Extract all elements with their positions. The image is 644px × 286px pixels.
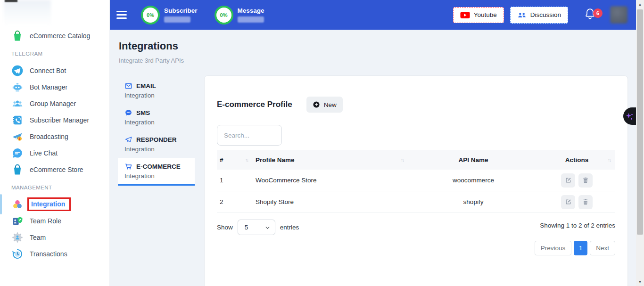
row-api-name: woocommerce: [408, 177, 538, 184]
sidebar-item-label: Broadcasting: [30, 133, 68, 140]
users-group-icon: [517, 11, 527, 19]
scrollbar-thumb[interactable]: [637, 9, 643, 235]
row-actions: [538, 173, 615, 188]
page-title: Integrations: [119, 40, 178, 52]
sidebar-item-label: eCommerce Catalog: [30, 32, 90, 40]
subnav-item-responder[interactable]: RESPONDER Integration: [118, 131, 195, 157]
page-subtitle: Integrate 3rd Party APIs: [119, 57, 184, 64]
column-header-actions[interactable]: Actions ↑↓: [538, 156, 615, 163]
page-size-group: Show 5 entries: [217, 220, 299, 235]
scroll-down-arrow[interactable]: ▼: [636, 278, 644, 286]
sidebar-item-integration[interactable]: Integration: [0, 196, 109, 212]
sidebar-item-label: Team Role: [30, 217, 61, 225]
next-page-button[interactable]: Next: [590, 241, 615, 255]
scroll-up-arrow[interactable]: ▲: [636, 0, 644, 8]
broadcast-plane-icon: 1: [11, 131, 24, 143]
youtube-button[interactable]: Youtube: [453, 7, 504, 23]
vertical-scrollbar[interactable]: ▲ ▼: [636, 0, 644, 286]
annotation-red-box: Integration: [27, 197, 71, 211]
table-row: 1 WooCommerce Store woocommerce: [217, 170, 615, 191]
cart-icon: [124, 163, 132, 171]
search-input[interactable]: [217, 125, 282, 146]
contact-book-icon: [11, 114, 24, 126]
ecommerce-profile-card: E-commerce Profile New # ↑↓: [204, 75, 628, 286]
sidebar-item-team[interactable]: Team: [0, 229, 109, 245]
trash-icon: [582, 176, 589, 184]
active-indicator-bar: [0, 194, 2, 214]
pagination: Previous 1 Next: [217, 241, 615, 255]
delete-button[interactable]: [578, 195, 593, 209]
subnav-item-sms[interactable]: SMS SMS Integration: [118, 104, 195, 131]
sort-icon: ↑↓: [401, 157, 404, 163]
youtube-button-label: Youtube: [474, 11, 497, 18]
subnav-item-ecommerce[interactable]: E-COMMERCE Integration: [118, 158, 195, 186]
row-actions: [538, 195, 615, 209]
shopping-bag-green-icon: [11, 30, 24, 42]
sms-bubble-icon: SMS: [124, 109, 132, 117]
edit-pencil-icon: [564, 198, 572, 206]
discussion-button-label: Discussion: [530, 11, 561, 18]
envelope-icon: [124, 82, 132, 90]
panel-title: E-commerce Profile: [217, 100, 292, 109]
show-label: Show: [217, 224, 233, 231]
row-num: 2: [217, 198, 253, 205]
robot-icon: [11, 81, 24, 93]
sidebar-item-label: Connect Bot: [30, 67, 66, 74]
message-progress-ring: 0%: [215, 6, 233, 25]
delete-button[interactable]: [578, 173, 593, 188]
column-header-api-name[interactable]: API Name: [408, 156, 538, 163]
sidebar-item-transactions[interactable]: Transactions: [0, 245, 109, 262]
sidebar-item-bot-manager[interactable]: Bot Manager: [0, 79, 109, 95]
table-info-text: Showing 1 to 2 of 2 entries: [540, 222, 615, 229]
shopping-bag-blue-icon: [11, 163, 24, 176]
previous-page-button[interactable]: Previous: [535, 241, 572, 255]
subnav-item-subtitle: Integration: [124, 92, 188, 99]
sidebar-item-label: eCommerce Store: [30, 166, 83, 173]
table-row: 2 Shopify Store shopify: [217, 191, 615, 213]
row-profile-name: Shopify Store: [253, 198, 408, 205]
column-header-profile-name[interactable]: Profile Name ↑↓: [253, 156, 408, 163]
page-1-button[interactable]: 1: [574, 241, 587, 255]
sidebar-item-ecommerce-store[interactable]: eCommerce Store: [0, 161, 109, 178]
notifications-button[interactable]: 6: [584, 8, 596, 22]
user-avatar[interactable]: [610, 6, 627, 24]
trash-icon: [582, 198, 589, 206]
id-badge-shield-icon: [11, 215, 24, 227]
subnav-item-email[interactable]: EMAIL Integration: [118, 77, 195, 104]
hamburger-menu-icon[interactable]: [116, 9, 128, 21]
new-button-label: New: [324, 101, 337, 108]
new-profile-button[interactable]: New: [306, 97, 343, 113]
chat-bubble-icon: [11, 147, 24, 159]
svg-text:1: 1: [19, 137, 21, 140]
subscriber-stat-label: Subscriber: [164, 7, 198, 14]
sidebar-item-live-chat[interactable]: Live Chat: [0, 145, 109, 161]
edit-button[interactable]: [561, 195, 575, 209]
sidebar-item-label: Transactions: [30, 250, 67, 258]
sidebar-item-label: Integration: [31, 200, 65, 208]
row-num: 1: [217, 177, 253, 184]
page-size-select[interactable]: 5: [238, 220, 275, 235]
discussion-button[interactable]: Discussion: [510, 7, 568, 24]
sidebar-section-telegram: TELEGRAM: [11, 51, 109, 57]
edit-button[interactable]: [561, 173, 575, 188]
sidebar: eCommerce Catalog TELEGRAM Connect Bot: [0, 0, 110, 286]
column-header-num[interactable]: # ↑↓: [217, 156, 253, 163]
message-stat-label: Message: [238, 7, 264, 14]
gear-user-icon: [11, 231, 24, 244]
table-header-row: # ↑↓ Profile Name ↑↓ API Name Actions ↑↓: [217, 150, 615, 170]
sidebar-item-connect-bot[interactable]: Connect Bot: [0, 62, 109, 79]
integration-subnav: EMAIL Integration SMS SMS Integration: [118, 77, 195, 186]
sidebar-item-ecommerce-catalog[interactable]: eCommerce Catalog: [0, 27, 109, 44]
app-window: eCommerce Catalog TELEGRAM Connect Bot: [0, 0, 644, 286]
sidebar-item-broadcasting[interactable]: 1 Broadcasting: [0, 128, 109, 145]
message-stat: 0% Message: [215, 6, 264, 25]
telegram-icon: [11, 65, 24, 77]
main-content: Integrations Integrate 3rd Party APIs EM…: [110, 30, 636, 286]
sidebar-item-subscriber-manager[interactable]: Subscriber Manager: [0, 112, 109, 128]
entries-label: entries: [280, 224, 299, 231]
users-icon: [11, 98, 24, 110]
sidebar-item-team-role[interactable]: Team Role: [0, 212, 109, 229]
subnav-item-title: E-COMMERCE: [136, 163, 181, 170]
subnav-item-subtitle: Integration: [124, 146, 188, 153]
sidebar-item-group-manager[interactable]: Group Manager: [0, 95, 109, 112]
